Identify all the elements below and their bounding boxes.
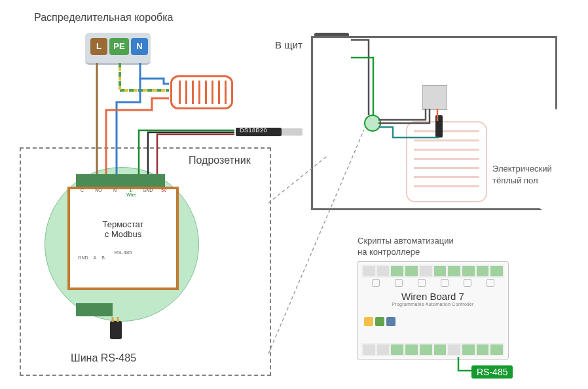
terminal-l: L	[90, 38, 107, 55]
heater-element	[170, 75, 233, 109]
thermostat-top-terminals	[76, 174, 165, 187]
thermostat-bus-label: RS-485	[75, 250, 171, 255]
badge-rs485-bottom: RS-485	[471, 365, 513, 379]
junction-box: L PE N	[85, 33, 151, 65]
wirenboard-controller: Wiren Board 7 Programmable Automation Co…	[357, 261, 509, 360]
floor-heating-mat	[406, 121, 487, 202]
terminal-n: N	[131, 38, 148, 55]
ds18b20-tip	[282, 128, 303, 136]
room-wallbox-node	[364, 115, 381, 132]
thermostat-pin-labels: C NO N 1-Wire GND 5V	[74, 188, 172, 202]
room-relay-box	[422, 85, 447, 110]
rs485-bus-label: Шина RS-485	[71, 352, 136, 364]
to-panel-label: В щит	[275, 39, 303, 50]
ds18b20-label: DS18B20	[240, 127, 267, 134]
floor-heat-label-2: тёплый пол	[492, 176, 538, 185]
thermostat-bottom-terminals	[76, 303, 113, 316]
terminal-pe: PE	[109, 38, 129, 55]
wallbox-label: Подрозетник	[189, 155, 251, 166]
controller-caption-2: на контроллере	[358, 247, 420, 257]
junction-box-title: Распределительная коробка	[34, 12, 173, 24]
floor-temp-probe	[435, 115, 443, 138]
controller-subtitle: Programmable Automation Controller	[364, 302, 502, 306]
controller-name: Wiren Board 7	[364, 291, 502, 302]
thermostat-title-2: с Modbus	[105, 229, 141, 239]
controller-caption-1: Скрипты автоматизации	[358, 236, 454, 246]
rs485-cable-plug	[110, 321, 122, 339]
floor-heat-label-1: Электрический	[492, 164, 552, 174]
thermostat-device: C NO N 1-Wire GND 5V Термостат с Modbus …	[67, 187, 179, 290]
thermostat-title-1: Термостат	[102, 219, 143, 229]
